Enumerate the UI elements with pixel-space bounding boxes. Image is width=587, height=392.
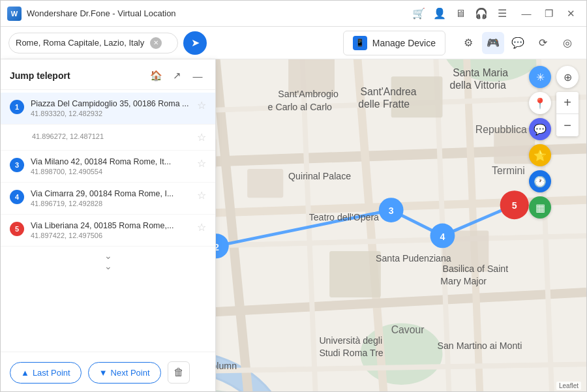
- svg-text:Università degli: Università degli: [319, 335, 382, 346]
- svg-text:4: 4: [440, 232, 445, 242]
- gamepad-tool-button[interactable]: 🎮: [482, 32, 504, 54]
- app-logo-letter: W: [11, 10, 18, 18]
- zoom-out-button[interactable]: −: [556, 114, 579, 136]
- svg-text:Sant'Ambrogio: Sant'Ambrogio: [278, 89, 339, 99]
- chat-tool-button[interactable]: 💬: [507, 32, 529, 54]
- location-info-5: Via Liberiana 24, 00185 Roma Rome,... 41…: [31, 221, 190, 239]
- sidebar: Jump teleport 🏠 ↗ — 1 Piazza Del Campido…: [1, 59, 216, 392]
- zoom-in-button[interactable]: +: [556, 92, 579, 114]
- search-input[interactable]: [16, 38, 146, 48]
- chevron-down-icon: ⌄⌄: [104, 250, 112, 271]
- svg-text:della Vittoria: della Vittoria: [449, 80, 506, 91]
- asterisk-icon-btn[interactable]: ✳: [529, 66, 551, 88]
- window-controls: — ❐ ✕: [517, 5, 580, 23]
- manage-device-button[interactable]: 📱 Manage Device: [343, 31, 445, 55]
- location-number-5: 5: [10, 222, 24, 236]
- location-name-3: Via Milano 42, 00184 Roma Rome, It...: [31, 157, 190, 166]
- location-coords-1: 41.893320, 12.482932: [31, 110, 190, 117]
- export-icon-btn[interactable]: ↗: [168, 67, 185, 84]
- search-clear-button[interactable]: ✕: [150, 37, 162, 49]
- shop-icon: 🛒: [412, 7, 425, 20]
- menu-icon: ☰: [498, 7, 507, 20]
- home-icon-btn[interactable]: 🏠: [147, 67, 164, 84]
- svg-text:3: 3: [389, 205, 394, 216]
- svg-text:Cavour: Cavour: [391, 324, 425, 335]
- settings-tool-button[interactable]: ⚙: [457, 32, 479, 54]
- sidebar-header-icons: 🏠 ↗ —: [147, 67, 206, 84]
- grid-icon-btn[interactable]: ▦: [529, 196, 551, 219]
- location-coords-4: 41.896719, 12.492828: [31, 200, 190, 207]
- location-name-1: Piazza Del Campidoglio 35, 00186 Roma ..…: [31, 99, 190, 108]
- list-item[interactable]: 4 Via Cimarra 29, 00184 Roma Rome, I... …: [1, 183, 215, 215]
- minimize-button[interactable]: —: [517, 5, 535, 23]
- svg-text:Sant'Andrea: Sant'Andrea: [360, 86, 416, 97]
- star-icon-3[interactable]: ☆: [197, 157, 206, 170]
- list-item[interactable]: 5 Via Liberiana 24, 00185 Roma Rome,... …: [1, 215, 215, 247]
- star-icon-2[interactable]: ☆: [197, 131, 206, 143]
- app-title: Wondershare Dr.Fone - Virtual Location: [27, 8, 409, 18]
- locate-me-button[interactable]: ⊕: [556, 66, 579, 88]
- zoom-controls: + −: [556, 92, 579, 136]
- titlebar-icons: 🛒 👤 🖥 🎧 ☰: [409, 4, 512, 23]
- screen-icon-btn[interactable]: 🖥: [451, 4, 470, 23]
- svg-text:Repubblica: Repubblica: [475, 124, 527, 135]
- main-content: 2 3 4 5 Spagna Spanish Steps Sant'Ambrog…: [1, 59, 586, 392]
- delete-route-button[interactable]: 🗑: [168, 361, 190, 384]
- last-point-button[interactable]: ▲ Last Point: [10, 362, 82, 384]
- toolbar: ✕ ➤ 📱 Manage Device ⚙ 🎮 💬 ⟳ ◎: [1, 27, 586, 59]
- location-number-4: 4: [10, 190, 24, 204]
- headset-icon: 🎧: [475, 7, 488, 20]
- svg-text:Teatro dell'Opera: Teatro dell'Opera: [309, 212, 379, 222]
- sidebar-title: Jump teleport: [10, 70, 142, 81]
- svg-text:5: 5: [512, 201, 517, 211]
- next-point-button[interactable]: ▼ Next Point: [88, 362, 161, 384]
- svg-text:Santa Pudenziana: Santa Pudenziana: [376, 253, 451, 264]
- headset-icon-btn[interactable]: 🎧: [472, 4, 491, 23]
- svg-text:Basilica of Saint: Basilica of Saint: [442, 264, 508, 274]
- close-button[interactable]: ✕: [562, 5, 580, 23]
- up-arrow-icon: ▲: [21, 368, 29, 378]
- svg-rect-22: [391, 76, 443, 117]
- list-item[interactable]: 41.896272, 12.487121 ☆: [1, 125, 215, 151]
- collapse-sidebar-btn[interactable]: —: [189, 67, 206, 84]
- location-info-3: Via Milano 42, 00184 Roma Rome, It... 41…: [31, 157, 190, 175]
- next-point-label: Next Point: [111, 368, 150, 378]
- location-info-1: Piazza Del Campidoglio 35, 00186 Roma ..…: [31, 99, 190, 117]
- route-tool-button[interactable]: ⟳: [532, 32, 554, 54]
- location-name-4: Via Cimarra 29, 00184 Roma Rome, I...: [31, 189, 190, 198]
- list-item[interactable]: 1 Piazza Del Campidoglio 35, 00186 Roma …: [1, 93, 215, 125]
- target-tool-button[interactable]: ◎: [556, 32, 579, 54]
- sidebar-header: Jump teleport 🏠 ↗ —: [1, 59, 215, 90]
- discord-icon-btn[interactable]: 💬: [529, 118, 551, 140]
- app-logo: W: [7, 7, 22, 21]
- location-coords-5: 41.897422, 12.497506: [31, 232, 190, 239]
- location-coords-2: 41.896272, 12.487121: [32, 132, 190, 140]
- star-icon-1[interactable]: ☆: [197, 99, 206, 112]
- location-name-5: Via Liberiana 24, 00185 Roma Rome,...: [31, 221, 190, 230]
- svg-text:Mary Major: Mary Major: [440, 276, 487, 286]
- manage-device-icon: 📱: [353, 36, 367, 50]
- location-list: 1 Piazza Del Campidoglio 35, 00186 Roma …: [1, 90, 215, 352]
- menu-icon-btn[interactable]: ☰: [492, 4, 512, 23]
- svg-text:San Martino ai Monti: San Martino ai Monti: [438, 340, 522, 351]
- clock-icon-btn[interactable]: 🕐: [529, 170, 551, 192]
- list-item[interactable]: 3 Via Milano 42, 00184 Roma Rome, It... …: [1, 151, 215, 183]
- user-icon-btn[interactable]: 👤: [430, 4, 449, 23]
- star-icon-5[interactable]: ☆: [197, 221, 206, 234]
- svg-text:delle Fratte: delle Fratte: [358, 98, 410, 110]
- svg-text:Termini: Termini: [492, 165, 525, 176]
- show-more-button[interactable]: ⌄⌄: [1, 247, 215, 275]
- maximize-button[interactable]: ❐: [539, 5, 558, 23]
- maps-icon-btn[interactable]: 📍: [529, 92, 551, 114]
- screen-icon: 🖥: [455, 8, 466, 20]
- svg-text:e Carlo al Carlo: e Carlo al Carlo: [268, 102, 332, 112]
- location-info-4: Via Cimarra 29, 00184 Roma Rome, I... 41…: [31, 189, 190, 207]
- star-icon-4[interactable]: ☆: [197, 189, 206, 202]
- star-icon-btn[interactable]: ⭐: [529, 144, 551, 166]
- svg-text:Studi Roma Tre: Studi Roma Tre: [319, 348, 383, 358]
- shop-icon-btn[interactable]: 🛒: [409, 4, 429, 23]
- sidebar-bottom: ▲ Last Point ▼ Next Point 🗑: [1, 352, 215, 392]
- manage-device-label: Manage Device: [372, 38, 436, 48]
- user-icon: 👤: [433, 7, 446, 20]
- navigate-button[interactable]: ➤: [183, 31, 207, 55]
